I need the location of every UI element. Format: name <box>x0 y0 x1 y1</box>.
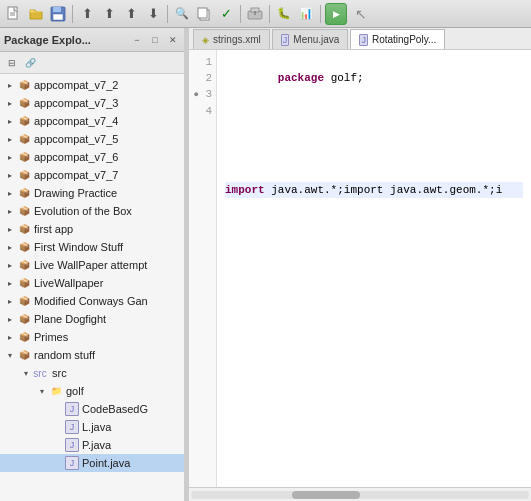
tree-label: appcompat_v7_6 <box>34 151 118 163</box>
open-icon[interactable] <box>26 4 46 24</box>
copy-icon[interactable] <box>194 4 214 24</box>
tree-arrow <box>20 367 32 379</box>
tree-arrow <box>4 313 16 325</box>
collapse-all-icon[interactable]: ⊟ <box>4 55 20 71</box>
java-icon: J <box>65 420 79 434</box>
tree-item-src[interactable]: src src <box>0 364 184 382</box>
tab-strings-xml[interactable]: ◈ strings.xml <box>193 29 270 49</box>
line-num-3: ● 3 <box>189 86 212 103</box>
scrollbar-thumb[interactable] <box>292 491 360 499</box>
upload-icon-1[interactable]: ⬆ <box>77 4 97 24</box>
tree-item-appcompat4[interactable]: 📦 appcompat_v7_4 <box>0 112 184 130</box>
package-icon: 📦 <box>17 276 31 290</box>
tree-label: Drawing Practice <box>34 187 117 199</box>
package-explorer: Package Explo... − □ ✕ ⊟ 🔗 📦 appcompat_v… <box>0 28 185 501</box>
tree-arrow <box>4 349 16 361</box>
code-line-3: import java.awt.*;import java.awt.geom.*… <box>225 182 523 198</box>
package-icon: 📦 <box>17 168 31 182</box>
breakpoint-icon: ● <box>193 90 198 100</box>
tree-item-modified-conways[interactable]: 📦 Modified Conways Gan <box>0 292 184 310</box>
tree-item-plane-dogfight[interactable]: 📦 Plane Dogfight <box>0 310 184 328</box>
line-num-1: 1 <box>189 54 212 70</box>
src-icon: src <box>33 366 47 380</box>
minimize-icon[interactable]: − <box>130 33 144 47</box>
search-icon[interactable]: 🔍 <box>172 4 192 24</box>
horizontal-scrollbar[interactable] <box>189 487 531 501</box>
tree-label: appcompat_v7_3 <box>34 97 118 109</box>
line-numbers: 1 2 ● 3 4 <box>189 50 217 487</box>
package-icon: 📦 <box>17 240 31 254</box>
scrollbar-track[interactable] <box>191 491 529 499</box>
check-icon[interactable]: ✓ <box>216 4 236 24</box>
tree-label: random stuff <box>34 349 95 361</box>
tree-item-point-java[interactable]: J Point.java <box>0 454 184 472</box>
tab-menu-java[interactable]: J Menu.java <box>272 29 349 49</box>
editor-tabs: ◈ strings.xml J Menu.java J RotatingPoly… <box>189 28 531 50</box>
java-icon: J <box>65 402 79 416</box>
tree-item-primes[interactable]: 📦 Primes <box>0 328 184 346</box>
tree-item-p-java[interactable]: J P.java <box>0 436 184 454</box>
tree-item-appcompat7[interactable]: 📦 appcompat_v7_7 <box>0 166 184 184</box>
code-area[interactable]: package golf; import java.awt.*;import j… <box>217 50 531 487</box>
tree-item-appcompat3[interactable]: 📦 appcompat_v7_3 <box>0 94 184 112</box>
tree-label: appcompat_v7_4 <box>34 115 118 127</box>
tree-item-first-app[interactable]: 📦 first app <box>0 220 184 238</box>
tree-arrow <box>4 277 16 289</box>
tree-item-golf[interactable]: 📁 golf <box>0 382 184 400</box>
tree-arrow <box>52 421 64 433</box>
pe-title: Package Explo... <box>4 34 126 46</box>
tree-arrow <box>52 439 64 451</box>
tree-item-appcompat5[interactable]: 📦 appcompat_v7_5 <box>0 130 184 148</box>
svg-rect-5 <box>53 14 63 20</box>
tab-rotating-poly[interactable]: J RotatingPoly... <box>350 29 445 49</box>
tree-arrow <box>52 457 64 469</box>
package-icon: 📦 <box>17 150 31 164</box>
tree-label: first app <box>34 223 73 235</box>
download-icon-1[interactable]: ⬇ <box>143 4 163 24</box>
tree-arrow <box>4 205 16 217</box>
java-icon: J <box>65 438 79 452</box>
java-tab-icon: J <box>359 34 368 46</box>
maximize-icon[interactable]: □ <box>148 33 162 47</box>
tree-arrow <box>4 295 16 307</box>
tree-item-appcompat2[interactable]: 📦 appcompat_v7_2 <box>0 76 184 94</box>
save-icon[interactable] <box>48 4 68 24</box>
tree-label: LiveWallpaper <box>34 277 103 289</box>
tree-arrow <box>4 241 16 253</box>
editor-content: 1 2 ● 3 4 package golf; import java.awt.… <box>189 50 531 487</box>
package-icon: 📦 <box>17 204 31 218</box>
tree-label: Live WallPaper attempt <box>34 259 147 271</box>
tree-item-first-window[interactable]: 📦 First Window Stuff <box>0 238 184 256</box>
tree-arrow <box>4 79 16 91</box>
pe-toolbar: ⊟ 🔗 <box>0 52 184 74</box>
main-layout: Package Explo... − □ ✕ ⊟ 🔗 📦 appcompat_v… <box>0 28 531 501</box>
tree-item-livewallpaper[interactable]: 📦 LiveWallpaper <box>0 274 184 292</box>
profile-icon[interactable]: 📊 <box>296 4 316 24</box>
close-icon[interactable]: ✕ <box>166 33 180 47</box>
package-icon: 📦 <box>17 96 31 110</box>
run-button[interactable]: ▶ <box>325 3 347 25</box>
tree-item-l-java[interactable]: J L.java <box>0 418 184 436</box>
toolbar-sep-4 <box>269 5 270 23</box>
svg-rect-4 <box>53 7 61 12</box>
tree-arrow <box>4 331 16 343</box>
tree-item-appcompat6[interactable]: 📦 appcompat_v7_6 <box>0 148 184 166</box>
line-num-4: 4 <box>189 103 212 119</box>
tree-item-evolution-box[interactable]: 📦 Evolution of the Box <box>0 202 184 220</box>
package-icon: 📦 <box>17 132 31 146</box>
upload-icon-2[interactable]: ⬆ <box>99 4 119 24</box>
tree-item-drawing-practice[interactable]: 📦 Drawing Practice <box>0 184 184 202</box>
line-num-2: 2 <box>189 70 212 86</box>
tree-item-random-stuff[interactable]: 📦 random stuff <box>0 346 184 364</box>
new-wizard-icon[interactable] <box>4 4 24 24</box>
link-with-editor-icon[interactable]: 🔗 <box>22 55 38 71</box>
package-icon: 📦 <box>17 330 31 344</box>
tree-item-live-wallpaper-attempt[interactable]: 📦 Live WallPaper attempt <box>0 256 184 274</box>
toolbar-sep-2 <box>167 5 168 23</box>
build-icon[interactable] <box>245 4 265 24</box>
tree-label: L.java <box>82 421 111 433</box>
upload-icon-3[interactable]: ⬆ <box>121 4 141 24</box>
debug-icon[interactable]: 🐛 <box>274 4 294 24</box>
tree-item-codebasedg[interactable]: J CodeBasedG <box>0 400 184 418</box>
tree-label: Evolution of the Box <box>34 205 132 217</box>
